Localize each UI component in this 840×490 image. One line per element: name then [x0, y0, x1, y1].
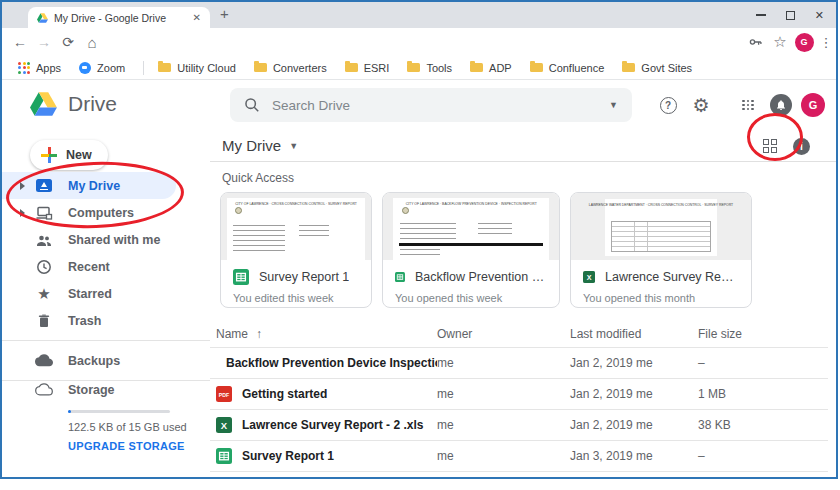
new-tab-button[interactable]: +	[220, 5, 229, 22]
bookmark-folder-tools[interactable]: Tools	[407, 62, 452, 74]
file-thumbnail: LAWRENCE WATER DEPARTMENT · CROSS CONNEC…	[571, 193, 751, 260]
page-title[interactable]: My Drive	[222, 137, 281, 154]
sidebar-item-backups[interactable]: Backups	[2, 347, 210, 374]
google-apps-grid-icon[interactable]	[735, 80, 761, 130]
quick-access-card[interactable]: LAWRENCE WATER DEPARTMENT · CROSS CONNEC…	[570, 192, 752, 308]
bookmark-folder-esri[interactable]: ESRI	[345, 62, 390, 74]
zoom-app-icon	[79, 62, 91, 74]
apps-grid-icon	[18, 62, 30, 74]
tab-title: My Drive - Google Drive	[54, 12, 190, 24]
shared-with-me-icon	[34, 233, 54, 247]
new-button-label: New	[66, 148, 92, 162]
sidebar-item-shared-with-me[interactable]: Shared with me	[2, 226, 210, 253]
browser-menu-icon[interactable]: ⋮	[814, 28, 838, 56]
bookmark-star-icon[interactable]: ☆	[768, 28, 792, 56]
pdf-icon: PDF	[216, 386, 232, 402]
page-title-caret-icon[interactable]: ▼	[289, 141, 298, 151]
file-row[interactable]: Backflow Prevention Device Inspection Re…	[210, 348, 828, 379]
plus-icon	[41, 147, 57, 163]
drive-logo[interactable]: Drive	[30, 92, 117, 116]
file-size: –	[698, 449, 828, 463]
window-close-button[interactable]: ✕	[815, 10, 824, 21]
file-size: 38 KB	[698, 418, 828, 432]
sidebar-item-my-drive[interactable]: My Drive	[2, 172, 176, 199]
file-row[interactable]: X Lawrence Survey Report - 2 .xls me Jan…	[210, 410, 828, 441]
storage-label[interactable]: Storage	[68, 383, 115, 397]
reload-button[interactable]: ⟳	[56, 28, 80, 56]
browser-profile-avatar[interactable]: G	[792, 28, 816, 56]
sidebar-item-label: Trash	[68, 314, 101, 328]
new-button[interactable]: New	[30, 140, 108, 170]
excel-icon: X	[583, 269, 595, 285]
browser-window: My Drive - Google Drive ✕ + ✕ ← → ⟳ ⌂ ht…	[0, 0, 838, 479]
sidebar-item-recent[interactable]: Recent	[2, 253, 210, 280]
window-minimize-button[interactable]	[756, 14, 766, 15]
sidebar-item-computers[interactable]: Computers	[2, 199, 210, 226]
file-row[interactable]: Survey Report 1 me Jan 3, 2019 me –	[210, 441, 828, 472]
bookmark-folder-converters[interactable]: Converters	[254, 62, 327, 74]
search-bar[interactable]: ▼	[230, 88, 632, 122]
file-row[interactable]: PDF Getting started me Jan 2, 2019 me 1 …	[210, 379, 828, 410]
drive-favicon-icon	[37, 13, 48, 23]
browser-tab[interactable]: My Drive - Google Drive ✕	[28, 7, 210, 28]
column-owner[interactable]: Owner	[437, 327, 570, 341]
notifications-bell-icon[interactable]	[768, 80, 794, 130]
bookmark-label: ESRI	[364, 62, 390, 74]
file-modified: Jan 2, 2019 me	[570, 387, 698, 401]
sidebar-item-label: Recent	[68, 260, 110, 274]
card-title: Survey Report 1	[259, 270, 349, 284]
quick-access-card[interactable]: CITY OF LAWRENCE · CROSS CONNECTION CONT…	[220, 192, 372, 308]
sheets-icon	[233, 269, 249, 285]
bookmark-folder-adp[interactable]: ADP	[470, 62, 512, 74]
storage-cloud-icon	[34, 383, 54, 397]
bookmark-label: ADP	[489, 62, 512, 74]
bookmark-label: Zoom	[97, 62, 125, 74]
help-button[interactable]: ?	[655, 80, 681, 130]
column-name[interactable]: Name	[216, 327, 248, 341]
computers-icon	[34, 205, 54, 221]
home-button[interactable]: ⌂	[80, 28, 104, 56]
sidebar-divider	[2, 340, 210, 341]
svg-text:PDF: PDF	[219, 392, 229, 398]
expand-arrow-icon[interactable]	[16, 209, 28, 217]
back-button[interactable]: ←	[8, 28, 32, 56]
bookmark-folder-confluence[interactable]: Confluence	[530, 62, 605, 74]
file-modified: Jan 2, 2019 me	[570, 418, 698, 432]
search-dropdown-caret-icon[interactable]: ▼	[609, 100, 618, 110]
file-name: Survey Report 1	[242, 449, 334, 463]
bookmark-label: Govt Sites	[641, 62, 692, 74]
browser-navbar: ← → ⟳ ⌂ https://drive.google.com/drive/m…	[2, 28, 836, 56]
column-last-modified[interactable]: Last modified	[570, 327, 698, 341]
account-avatar[interactable]: G	[800, 80, 826, 130]
column-file-size[interactable]: File size	[698, 327, 828, 341]
tab-close-icon[interactable]: ✕	[190, 12, 204, 23]
forward-button[interactable]: →	[32, 28, 56, 56]
file-size: 1 MB	[698, 387, 828, 401]
sheets-icon	[216, 448, 232, 464]
sidebar-item-trash[interactable]: Trash	[2, 307, 210, 334]
star-icon: ★	[34, 285, 54, 303]
search-input[interactable]	[272, 98, 601, 113]
settings-gear-icon[interactable]: ⚙	[688, 80, 714, 130]
card-subtitle: You opened this month	[583, 292, 739, 304]
excel-icon: X	[216, 417, 232, 433]
quick-access-card[interactable]: CITY OF LAWRENCE · BACKFLOW PREVENTION D…	[382, 192, 560, 308]
browser-titlebar: My Drive - Google Drive ✕ + ✕	[2, 2, 836, 28]
key-icon[interactable]	[744, 28, 768, 56]
card-subtitle: You opened this week	[395, 292, 547, 304]
bookmark-folder-utility-cloud[interactable]: Utility Cloud	[158, 62, 236, 74]
upgrade-storage-link[interactable]: UPGRADE STORAGE	[68, 440, 210, 452]
sidebar-item-starred[interactable]: ★ Starred	[2, 280, 210, 307]
sort-ascending-icon[interactable]: ↑	[256, 327, 262, 341]
info-button[interactable]: i	[793, 138, 810, 155]
bookmark-folder-govt-sites[interactable]: Govt Sites	[622, 62, 692, 74]
folder-icon	[345, 63, 358, 72]
expand-arrow-icon[interactable]	[16, 182, 28, 190]
window-maximize-button[interactable]	[786, 11, 795, 20]
folder-icon	[530, 63, 543, 72]
bookmark-apps[interactable]: Apps	[18, 62, 61, 74]
storage-section: Storage 122.5 KB of 15 GB used UPGRADE S…	[2, 378, 210, 452]
file-modified: Jan 2, 2019 me	[570, 356, 698, 370]
bookmark-zoom[interactable]: Zoom	[79, 62, 125, 74]
grid-view-button[interactable]	[763, 139, 778, 154]
